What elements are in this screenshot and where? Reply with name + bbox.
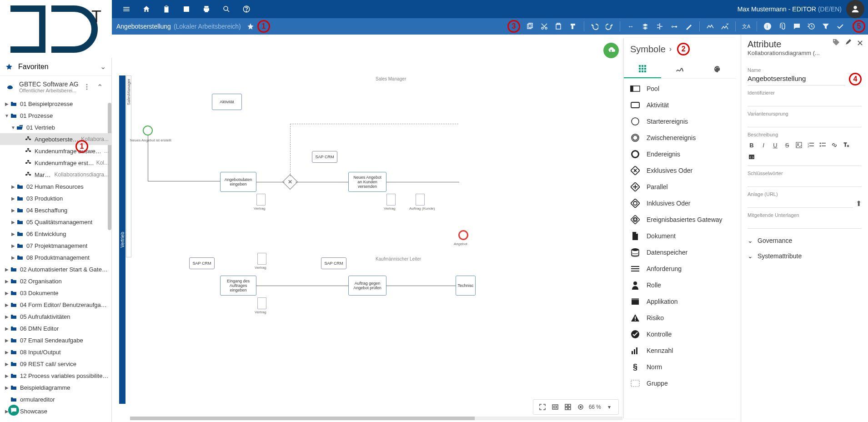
rte-clear-icon[interactable]: T xyxy=(842,141,850,149)
tree-arrow[interactable]: ▶ xyxy=(10,208,16,213)
bpmn-task-n4[interactable]: Auftrag gegen Angebot prüfen xyxy=(348,276,386,296)
symbols-tab-palette[interactable] xyxy=(699,60,736,78)
tree-item[interactable]: ▶Beispieldiagramme xyxy=(0,382,111,393)
field-value-ident[interactable] xyxy=(748,95,862,106)
tree-arrow[interactable]: ▼ xyxy=(10,125,16,130)
magic-icon[interactable] xyxy=(682,20,696,33)
symbol-item-activity[interactable]: Aktivität xyxy=(624,97,736,113)
tree-arrow[interactable]: ▶ xyxy=(10,196,16,201)
symbol-item-inter[interactable]: Zwischenereignis xyxy=(624,130,736,146)
tree-item[interactable]: ▶04 Beschaffung xyxy=(0,204,111,216)
help-icon[interactable] xyxy=(236,0,256,18)
publish-button[interactable] xyxy=(603,43,619,58)
field-value-desc[interactable] xyxy=(748,161,862,166)
upload-icon[interactable]: ⬆ xyxy=(853,199,862,208)
tree-item[interactable]: ormulareditor xyxy=(0,393,111,405)
tree-arrow[interactable]: ▶ xyxy=(4,291,10,296)
section-systemattr[interactable]: ⌄ Systemattribute xyxy=(748,252,862,260)
history-icon[interactable] xyxy=(804,20,818,33)
symbol-item-evg[interactable]: Ereignisbasiertes Gateway xyxy=(624,211,736,228)
symbol-item-inc[interactable]: Inklusives Oder xyxy=(624,195,736,211)
symbol-item-norm[interactable]: §Norm xyxy=(624,359,736,375)
symbols-tab-grid[interactable] xyxy=(624,60,661,78)
tree-item[interactable]: ▶02 Human Resources xyxy=(0,181,111,192)
tree-item[interactable]: ▶09 REST call/ service xyxy=(0,358,111,370)
tree-item[interactable]: ▼01 Vertrieb xyxy=(0,121,111,133)
bpmn-task-n5[interactable]: Technisc xyxy=(456,276,476,296)
rte-ul-icon[interactable] xyxy=(818,141,827,149)
field-value-keys[interactable] xyxy=(748,176,862,187)
bpmn-document[interactable] xyxy=(416,194,425,206)
section-governance[interactable]: ⌄ Governance xyxy=(748,237,862,244)
bpmn-task-n3[interactable]: Eingang des Auftrages eingeben xyxy=(220,276,256,296)
tree-arrow[interactable]: ▶ xyxy=(4,373,10,378)
tree-arrow[interactable]: ▶ xyxy=(4,314,10,319)
help-bubble-icon[interactable] xyxy=(8,405,19,416)
tree-arrow[interactable]: ▶ xyxy=(4,101,10,106)
validate-icon[interactable] xyxy=(833,20,847,33)
bpmn-document[interactable] xyxy=(257,297,266,309)
tree-arrow[interactable]: ▶ xyxy=(4,362,10,367)
tree-arrow[interactable]: ▶ xyxy=(10,255,16,260)
attach-icon[interactable] xyxy=(775,20,789,33)
bpmn-start-event[interactable] xyxy=(143,126,153,136)
symbols-tab-freehand[interactable] xyxy=(661,60,698,78)
lane-header[interactable]: SalesManager xyxy=(126,75,131,257)
tree-item[interactable]: AngebotserstellungKollabora... xyxy=(0,133,111,145)
symbol-item-ctrl[interactable]: Kontrolle xyxy=(624,326,736,342)
tree-item[interactable]: ▶08 Produktmanagement xyxy=(0,251,111,263)
workspace-row[interactable]: GBTEC Software AG Öffentlicher Arbeitsbe… xyxy=(0,76,111,98)
symbol-item-pool[interactable]: Pool xyxy=(624,80,736,97)
tree-item[interactable]: ▶03 Produktion xyxy=(0,192,111,204)
rte-italic[interactable]: I xyxy=(759,141,768,149)
paste-icon[interactable] xyxy=(552,20,566,33)
field-value-docs[interactable] xyxy=(748,218,862,229)
pool-header[interactable]: Vertrieb xyxy=(119,75,125,404)
tree-item[interactable]: ▶07 Email Sendeaufgabe xyxy=(0,334,111,346)
undo-icon[interactable] xyxy=(588,20,602,33)
favorites-row[interactable]: Favoriten ⌄ xyxy=(0,58,111,76)
layers-icon[interactable] xyxy=(638,20,652,33)
bpmn-task-n2[interactable]: Neues Angebot an Kunden versenden xyxy=(348,172,386,192)
chevron-right-icon[interactable]: › xyxy=(669,45,672,53)
tree-item[interactable]: ▶03 Dokumente xyxy=(0,287,111,299)
star-icon[interactable] xyxy=(244,20,257,33)
close-icon[interactable]: ✕ xyxy=(857,38,863,48)
tree-item[interactable]: ▶02 Automatisierter Start & Gateway xyxy=(0,263,111,275)
info-icon[interactable]: i xyxy=(761,20,774,33)
tree-arrow[interactable]: ▶ xyxy=(4,385,10,390)
bpmn-task[interactable]: Aktivität xyxy=(212,94,242,110)
tree-item[interactable]: ▶05 Qualitätsmanagement xyxy=(0,216,111,228)
tree-arrow[interactable]: ▶ xyxy=(10,220,16,225)
search-icon[interactable] xyxy=(216,0,236,18)
avatar[interactable] xyxy=(846,0,864,18)
connector-icon[interactable]: ⊶ xyxy=(667,20,681,33)
align-icon[interactable] xyxy=(653,20,667,33)
tree-arrow[interactable]: ▶ xyxy=(4,326,10,331)
symbol-item-end[interactable]: Endereignis xyxy=(624,146,736,162)
tree-item[interactable]: ▶04 Form Editor/ Benutzeraufgaben xyxy=(0,299,111,311)
tree-arrow[interactable]: ▼ xyxy=(4,113,10,118)
symbol-item-start[interactable]: Starterereignis xyxy=(624,113,736,130)
translate-icon[interactable]: 文A xyxy=(739,20,753,33)
canvas-hscroll[interactable] xyxy=(130,417,622,420)
bpmn-document[interactable] xyxy=(386,194,396,206)
grid-icon[interactable] xyxy=(563,402,572,412)
line1-icon[interactable] xyxy=(703,20,717,33)
tree-arrow[interactable]: ▶ xyxy=(4,302,10,307)
more-icon[interactable] xyxy=(83,83,90,90)
tree-item[interactable]: ▶01 Beispielprozesse xyxy=(0,98,111,110)
fit-icon[interactable] xyxy=(551,402,560,412)
field-value-url[interactable] xyxy=(748,197,853,208)
menu-icon[interactable] xyxy=(116,0,136,18)
filter-icon[interactable] xyxy=(819,20,833,33)
bpmn-document[interactable] xyxy=(257,253,266,265)
tree-arrow[interactable]: ▶ xyxy=(4,267,10,272)
tree-item[interactable]: MarketingKollaborationsdiagra... xyxy=(0,169,111,181)
symbol-item-xor[interactable]: Exklusives Oder xyxy=(624,162,736,179)
bpmn-data-sap-1[interactable]: SAP CRM xyxy=(312,151,337,163)
rte-link-icon[interactable] xyxy=(830,141,838,149)
symbol-item-group[interactable]: Gruppe xyxy=(624,375,736,392)
rte-underline[interactable]: U xyxy=(771,141,779,149)
canvas[interactable]: Vertrieb SalesManager Sales Manager Kauf… xyxy=(112,35,741,422)
